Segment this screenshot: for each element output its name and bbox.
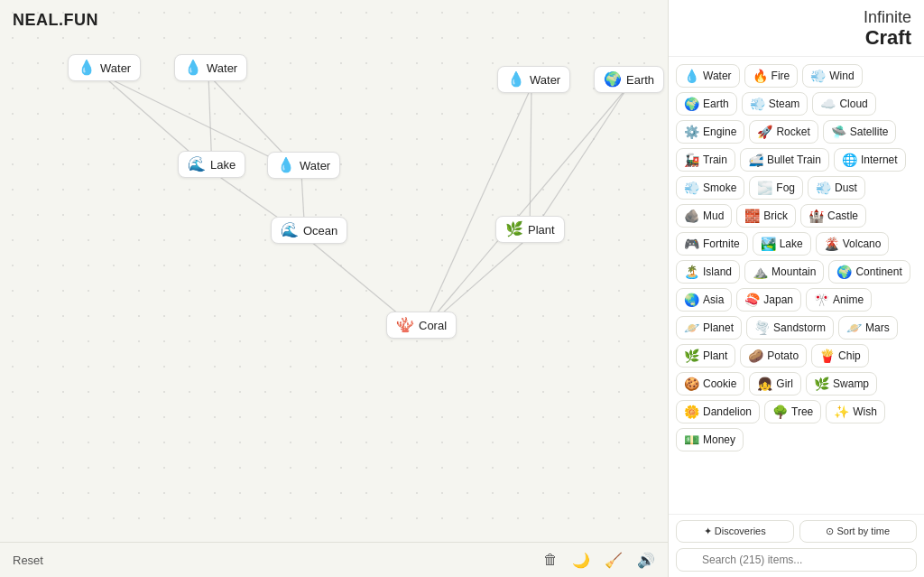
item-pill-volcano[interactable]: 🌋Volcano <box>816 232 890 256</box>
item-icon: 💨 <box>810 69 826 83</box>
item-pill-cookie[interactable]: 🍪Cookie <box>676 372 744 396</box>
item-pill-fog[interactable]: 🌫️Fog <box>749 176 803 200</box>
item-label: Volcano <box>843 237 882 250</box>
item-pill-mars[interactable]: 🪐Mars <box>838 316 898 340</box>
item-pill-potato[interactable]: 🥔Potato <box>740 344 807 368</box>
item-pill-tree[interactable]: 🌳Tree <box>764 400 821 423</box>
bottom-bar: Reset 🗑 🌙 🧹 🔊 <box>0 542 668 577</box>
trash-icon[interactable]: 🗑 <box>543 552 558 568</box>
item-pill-mud[interactable]: 🪨Mud <box>676 204 732 228</box>
item-pill-satellite[interactable]: 🛸Satellite <box>823 120 897 144</box>
item-icon: 🌍 <box>836 265 852 279</box>
element-icon: 💧 <box>184 60 202 75</box>
item-pill-water[interactable]: 💧Water <box>676 64 740 88</box>
item-label: Mars <box>865 321 890 334</box>
item-pill-smoke[interactable]: 💨Smoke <box>676 176 744 200</box>
panel-title-line1: Infinite <box>864 9 911 27</box>
item-label: Cloud <box>839 98 867 110</box>
item-label: Sandstorm <box>773 321 826 334</box>
item-pill-rocket[interactable]: 🚀Rocket <box>749 120 818 144</box>
discoveries-button[interactable]: ✦ Discoveries <box>676 520 794 543</box>
item-icon: 💵 <box>684 433 699 447</box>
item-pill-sandstorm[interactable]: 🌪️Sandstorm <box>746 316 834 340</box>
canvas-element-co1[interactable]: 🪸Coral <box>386 312 457 339</box>
element-label: Ocean <box>303 224 337 237</box>
item-pill-earth[interactable]: 🌍Earth <box>676 92 737 116</box>
element-icon: 🌊 <box>281 223 299 237</box>
item-pill-train[interactable]: 🚂Train <box>676 148 735 172</box>
item-label: Mountain <box>772 265 816 278</box>
canvas-element-pl1[interactable]: 🌿Plant <box>495 216 565 243</box>
item-pill-girl[interactable]: 👧Girl <box>749 372 801 396</box>
panel-header: Infinite Craft <box>669 0 924 57</box>
element-icon: 💧 <box>277 158 295 172</box>
item-icon: 🪐 <box>684 321 699 335</box>
item-pill-brick[interactable]: 🧱Brick <box>736 204 796 228</box>
sound-icon[interactable]: 🔊 <box>637 552 655 569</box>
item-pill-wind[interactable]: 💨Wind <box>802 64 862 88</box>
item-icon: 🌐 <box>842 153 857 167</box>
item-pill-engine[interactable]: ⚙️Engine <box>676 120 744 144</box>
item-pill-swamp[interactable]: 🌿Swamp <box>806 372 877 396</box>
item-pill-lake[interactable]: 🏞️Lake <box>753 232 811 256</box>
item-pill-island[interactable]: 🏝️Island <box>676 260 740 284</box>
item-pill-fortnite[interactable]: 🎮Fortnite <box>676 232 748 256</box>
item-label: Dandelion <box>703 405 752 418</box>
item-icon: 🪨 <box>684 209 699 223</box>
item-label: Potato <box>767 349 799 362</box>
reset-button[interactable]: Reset <box>13 554 43 567</box>
item-pill-mountain[interactable]: ⛰️Mountain <box>744 260 824 284</box>
item-label: Wish <box>853 405 877 418</box>
svg-line-6 <box>530 87 531 237</box>
sort-button[interactable]: ⊙ Sort by time <box>799 520 918 543</box>
canvas-element-w1[interactable]: 💧Water <box>68 54 141 81</box>
item-label: Fog <box>776 181 795 194</box>
item-icon: ☁️ <box>820 97 836 111</box>
item-icon: 🌼 <box>684 405 699 419</box>
element-label: Coral <box>419 319 447 332</box>
brush-icon[interactable]: 🧹 <box>605 552 623 569</box>
element-label: Water <box>207 61 237 75</box>
item-label: Asia <box>703 293 724 306</box>
item-pill-bullet-train[interactable]: 🚅Bullet Train <box>740 148 829 172</box>
canvas-element-e1[interactable]: 🌍Earth <box>594 66 664 93</box>
item-pill-continent[interactable]: 🌍Continent <box>828 260 910 284</box>
item-icon: 🧱 <box>744 209 760 223</box>
item-label: Steam <box>769 98 800 110</box>
canvas-element-oc1[interactable]: 🌊Ocean <box>271 217 347 244</box>
item-pill-anime[interactable]: 🎌Anime <box>806 288 872 312</box>
item-pill-asia[interactable]: 🌏Asia <box>676 288 732 312</box>
item-pill-cloud[interactable]: ☁️Cloud <box>812 92 875 116</box>
item-label: Rocket <box>776 126 809 138</box>
item-pill-castle[interactable]: 🏰Castle <box>800 204 866 228</box>
item-label: Dust <box>835 181 857 194</box>
search-input[interactable] <box>676 548 917 572</box>
element-icon: 🌍 <box>604 72 622 87</box>
item-pill-fire[interactable]: 🔥Fire <box>744 64 799 88</box>
item-label: Money <box>703 433 735 446</box>
item-icon: ✨ <box>834 405 849 419</box>
canvas-element-la1[interactable]: 🌊Lake <box>178 151 245 178</box>
item-pill-dandelion[interactable]: 🌼Dandelion <box>676 400 760 423</box>
item-pill-japan[interactable]: 🍣Japan <box>736 288 801 312</box>
element-icon: 🌊 <box>188 157 206 172</box>
moon-icon[interactable]: 🌙 <box>572 552 590 569</box>
canvas-element-w2[interactable]: 💧Water <box>174 54 247 81</box>
canvas-element-w3[interactable]: 💧Water <box>497 66 570 93</box>
item-pill-money[interactable]: 💵Money <box>676 428 744 451</box>
item-pill-planet[interactable]: 🪐Planet <box>676 316 742 340</box>
item-label: Continent <box>855 265 901 278</box>
item-pill-chip[interactable]: 🍟Chip <box>811 344 869 368</box>
svg-line-11 <box>420 87 628 332</box>
item-pill-wish[interactable]: ✨Wish <box>826 400 885 423</box>
item-icon: 🎌 <box>814 293 829 307</box>
item-pill-dust[interactable]: 💨Dust <box>808 176 865 200</box>
item-pill-steam[interactable]: 💨Steam <box>742 92 808 116</box>
element-icon: 💧 <box>78 60 96 75</box>
item-pill-plant[interactable]: 🌿Plant <box>676 344 735 368</box>
item-pill-internet[interactable]: 🌐Internet <box>834 148 906 172</box>
canvas-element-w4[interactable]: 💧Water <box>267 152 340 179</box>
item-icon: 🔥 <box>753 69 768 83</box>
item-icon: 💧 <box>684 69 699 83</box>
bottom-icons: 🗑 🌙 🧹 🔊 <box>543 552 655 569</box>
